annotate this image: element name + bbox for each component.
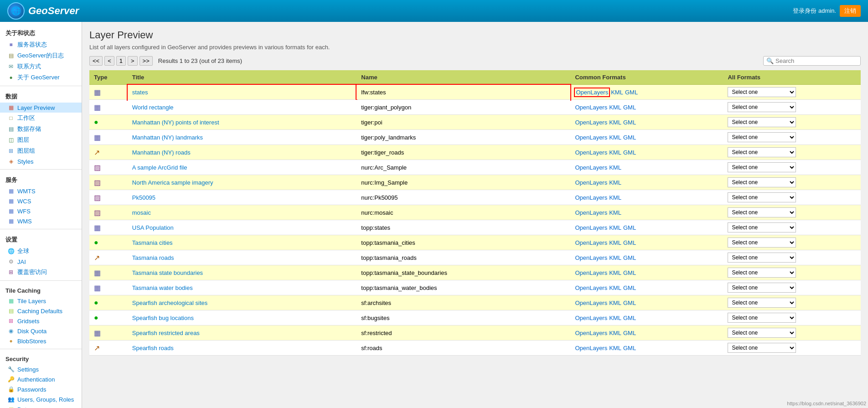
all-formats-select[interactable]: Select one <box>728 162 796 172</box>
sidebar-item-jai[interactable]: ⚙ JAI <box>0 257 82 267</box>
layer-title-link[interactable]: Manhattan (NY) roads <box>132 149 191 156</box>
format-link-kml[interactable]: KML <box>611 89 623 96</box>
sidebar-item-tile-layers[interactable]: ▦ Tile Layers <box>0 296 82 306</box>
format-link-openlayers[interactable]: OpenLayers <box>575 179 607 186</box>
all-formats-select[interactable]: Select one <box>728 268 796 278</box>
format-link-openlayers[interactable]: OpenLayers <box>575 164 607 171</box>
layer-title-link[interactable]: Pk50095 <box>132 194 155 201</box>
layer-title-link[interactable]: mosaic <box>132 209 151 216</box>
sidebar-item-blobstores[interactable]: ● BlobStores <box>0 336 82 346</box>
format-link-kml[interactable]: KML <box>609 104 621 111</box>
format-link-gml[interactable]: GML <box>623 239 636 246</box>
format-link-kml[interactable]: KML <box>609 284 621 291</box>
all-formats-select[interactable]: Select one <box>728 177 796 187</box>
layer-title-link[interactable]: Spearfish bug locations <box>132 315 194 321</box>
sidebar-item-disk-quota[interactable]: ◉ Disk Quota <box>0 326 82 336</box>
format-link-gml[interactable]: GML <box>623 134 636 141</box>
all-formats-select[interactable]: Select one <box>728 313 796 323</box>
format-link-openlayers[interactable]: OpenLayers <box>575 149 607 156</box>
layer-title-link[interactable]: states <box>132 89 148 96</box>
format-link-gml[interactable]: GML <box>623 284 636 291</box>
last-page-button[interactable]: >> <box>140 56 153 66</box>
sidebar-item-data-security[interactable]: ▤ Data <box>0 404 82 408</box>
layer-title-link[interactable]: Tasmania water bodies <box>132 284 193 291</box>
format-link-kml[interactable]: KML <box>609 194 621 201</box>
format-link-gml[interactable]: GML <box>625 89 638 96</box>
format-link-kml[interactable]: KML <box>609 269 621 276</box>
format-link-gml[interactable]: GML <box>623 330 636 336</box>
sidebar-item-authentication[interactable]: 🔑 Authentication <box>0 374 82 384</box>
format-link-openlayers[interactable]: OpenLayers <box>575 119 607 126</box>
format-link-kml[interactable]: KML <box>609 345 621 351</box>
layer-title-link[interactable]: Spearfish archeological sites <box>132 300 207 306</box>
format-link-openlayers[interactable]: OpenLayers <box>575 254 607 261</box>
sidebar-item-workspaces[interactable]: □ 工作区 <box>0 113 82 124</box>
prev-page-button[interactable]: < <box>104 56 114 66</box>
layer-title-link[interactable]: Tasmania state boundaries <box>132 269 203 276</box>
format-link-gml[interactable]: GML <box>623 269 636 276</box>
format-link-kml[interactable]: KML <box>609 179 621 186</box>
format-link-openlayers[interactable]: OpenLayers <box>575 209 607 216</box>
sidebar-item-wfs[interactable]: ▦ WFS <box>0 206 82 216</box>
all-formats-select[interactable]: Select one <box>728 298 796 308</box>
format-link-openlayers[interactable]: OpenLayers <box>575 330 607 336</box>
format-link-kml[interactable]: KML <box>609 239 621 246</box>
layer-title-link[interactable]: Manhattan (NY) landmarks <box>132 134 203 141</box>
all-formats-select[interactable]: Select one <box>728 253 796 263</box>
sidebar-item-wmts[interactable]: ▦ WMTS <box>0 186 82 196</box>
format-link-gml[interactable]: GML <box>623 315 636 321</box>
layer-title-link[interactable]: World rectangle <box>132 104 174 111</box>
sidebar-item-about[interactable]: ● 关于 GeoServer <box>0 72 82 83</box>
all-formats-select[interactable]: Select one <box>728 283 796 293</box>
format-link-openlayers[interactable]: OpenLayers <box>575 284 607 291</box>
format-link-openlayers[interactable]: OpenLayers <box>575 345 607 351</box>
sidebar-item-wms[interactable]: ▦ WMS <box>0 216 82 226</box>
layer-title-link[interactable]: Spearfish restricted areas <box>132 330 200 336</box>
sidebar-item-coverage[interactable]: ⊞ 覆盖密访问 <box>0 267 82 278</box>
sidebar-item-server-status[interactable]: ■ 服务器状态 <box>0 39 82 50</box>
sidebar-item-layer-groups[interactable]: ⊞ 图层组 <box>0 145 82 156</box>
format-link-gml[interactable]: GML <box>623 345 636 351</box>
sidebar-item-global[interactable]: 🌐 全球 <box>0 246 82 257</box>
current-page-button[interactable]: 1 <box>116 56 126 66</box>
format-link-gml[interactable]: GML <box>623 254 636 261</box>
all-formats-select[interactable]: Select one <box>728 328 796 338</box>
format-link-openlayers[interactable]: OpenLayers <box>575 88 609 96</box>
all-formats-select[interactable]: Select one <box>728 87 796 97</box>
format-link-gml[interactable]: GML <box>623 119 636 126</box>
first-page-button[interactable]: << <box>89 56 103 66</box>
sidebar-item-layers[interactable]: ◫ 图层 <box>0 134 82 145</box>
sidebar-item-stores[interactable]: ▤ 数据存储 <box>0 124 82 134</box>
all-formats-select[interactable]: Select one <box>728 147 796 157</box>
sidebar-item-gridsets[interactable]: ⊞ Gridsets <box>0 316 82 326</box>
format-link-openlayers[interactable]: OpenLayers <box>575 315 607 321</box>
next-page-button[interactable]: > <box>128 56 138 66</box>
sidebar-item-settings-security[interactable]: 🔧 Settings <box>0 364 82 374</box>
format-link-openlayers[interactable]: OpenLayers <box>575 134 607 141</box>
sidebar-item-geoserver-log[interactable]: ▤ GeoServer的日志 <box>0 50 82 61</box>
format-link-kml[interactable]: KML <box>609 330 621 336</box>
layer-title-link[interactable]: North America sample imagery <box>132 179 213 186</box>
sidebar-item-styles[interactable]: ◈ Styles <box>0 156 82 166</box>
format-link-kml[interactable]: KML <box>609 315 621 321</box>
format-link-kml[interactable]: KML <box>609 164 621 171</box>
format-link-kml[interactable]: KML <box>609 119 621 126</box>
all-formats-select[interactable]: Select one <box>728 222 796 232</box>
all-formats-select[interactable]: Select one <box>728 343 796 353</box>
all-formats-select[interactable]: Select one <box>728 192 796 202</box>
sidebar-item-layer-preview[interactable]: ▦ Layer Preview <box>0 103 82 113</box>
layer-title-link[interactable]: A sample ArcGrid file <box>132 164 187 171</box>
format-link-gml[interactable]: GML <box>623 104 636 111</box>
format-link-openlayers[interactable]: OpenLayers <box>575 239 607 246</box>
search-input[interactable] <box>775 57 858 64</box>
format-link-openlayers[interactable]: OpenLayers <box>575 104 607 111</box>
layer-title-link[interactable]: USA Population <box>132 224 174 231</box>
all-formats-select[interactable]: Select one <box>728 102 796 112</box>
sidebar-item-users-groups-roles[interactable]: 👥 Users, Groups, Roles <box>0 394 82 404</box>
format-link-openlayers[interactable]: OpenLayers <box>575 194 607 201</box>
format-link-kml[interactable]: KML <box>609 300 621 306</box>
sidebar-item-contact[interactable]: ✉ 联系方式 <box>0 61 82 72</box>
sidebar-item-caching-defaults[interactable]: ▤ Caching Defaults <box>0 306 82 316</box>
all-formats-select[interactable]: Select one <box>728 238 796 248</box>
format-link-openlayers[interactable]: OpenLayers <box>575 269 607 276</box>
